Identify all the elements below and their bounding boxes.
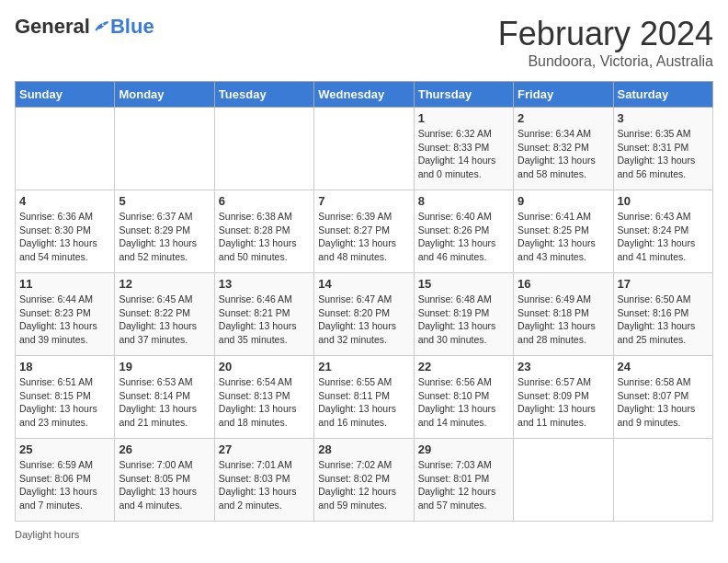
day-info: Sunrise: 6:34 AM Sunset: 8:32 PM Dayligh… (518, 127, 609, 181)
day-info: Sunrise: 6:39 AM Sunset: 8:27 PM Dayligh… (318, 210, 409, 264)
day-number: 3 (618, 111, 709, 125)
logo-general-text: General (15, 15, 90, 39)
calendar-cell (214, 108, 313, 190)
day-number: 16 (518, 277, 609, 291)
header: General Blue February 2024 Bundoora, Vic… (15, 15, 713, 70)
calendar-cell: 26Sunrise: 7:00 AM Sunset: 8:05 PM Dayli… (115, 439, 214, 522)
day-info: Sunrise: 6:50 AM Sunset: 8:16 PM Dayligh… (618, 293, 709, 347)
day-info: Sunrise: 7:02 AM Sunset: 8:02 PM Dayligh… (318, 458, 409, 512)
calendar-cell: 9Sunrise: 6:41 AM Sunset: 8:25 PM Daylig… (514, 190, 613, 273)
day-info: Sunrise: 6:56 AM Sunset: 8:10 PM Dayligh… (418, 375, 509, 430)
day-info: Sunrise: 6:53 AM Sunset: 8:14 PM Dayligh… (119, 375, 210, 430)
day-info: Sunrise: 6:57 AM Sunset: 8:09 PM Dayligh… (518, 375, 609, 430)
day-number: 10 (618, 194, 709, 208)
calendar-week-3: 11Sunrise: 6:44 AM Sunset: 8:23 PM Dayli… (16, 273, 713, 356)
calendar-cell: 12Sunrise: 6:45 AM Sunset: 8:22 PM Dayli… (115, 273, 214, 356)
calendar-cell: 24Sunrise: 6:58 AM Sunset: 8:07 PM Dayli… (613, 356, 712, 439)
day-number: 13 (219, 277, 310, 291)
day-number: 11 (19, 277, 110, 291)
day-info: Sunrise: 6:44 AM Sunset: 8:23 PM Dayligh… (19, 293, 110, 347)
title-area: February 2024 Bundoora, Victoria, Austra… (498, 15, 713, 70)
day-number: 12 (119, 277, 210, 291)
day-number: 1 (418, 111, 509, 125)
day-header-sunday: Sunday (16, 82, 115, 108)
day-info: Sunrise: 6:59 AM Sunset: 8:06 PM Dayligh… (19, 458, 110, 512)
bird-icon (92, 17, 110, 36)
day-info: Sunrise: 7:03 AM Sunset: 8:01 PM Dayligh… (418, 458, 509, 512)
day-number: 18 (19, 360, 110, 373)
location-title: Bundoora, Victoria, Australia (498, 53, 713, 70)
calendar-cell: 7Sunrise: 6:39 AM Sunset: 8:27 PM Daylig… (314, 190, 414, 273)
day-number: 7 (318, 194, 409, 208)
day-info: Sunrise: 6:55 AM Sunset: 8:11 PM Dayligh… (318, 375, 409, 430)
day-number: 2 (518, 111, 609, 125)
day-info: Sunrise: 6:38 AM Sunset: 8:28 PM Dayligh… (219, 210, 310, 264)
calendar-cell: 22Sunrise: 6:56 AM Sunset: 8:10 PM Dayli… (414, 356, 513, 439)
day-info: Sunrise: 6:32 AM Sunset: 8:33 PM Dayligh… (418, 127, 509, 181)
day-number: 24 (618, 360, 709, 373)
month-title: February 2024 (498, 15, 713, 53)
day-number: 6 (219, 194, 310, 208)
day-number: 5 (119, 194, 210, 208)
calendar-week-4: 18Sunrise: 6:51 AM Sunset: 8:15 PM Dayli… (16, 356, 713, 439)
calendar-cell: 27Sunrise: 7:01 AM Sunset: 8:03 PM Dayli… (214, 439, 313, 522)
calendar-cell (514, 439, 613, 522)
calendar-cell: 6Sunrise: 6:38 AM Sunset: 8:28 PM Daylig… (214, 190, 313, 273)
logo-blue-text: Blue (110, 15, 154, 39)
day-number: 17 (618, 277, 709, 291)
day-info: Sunrise: 6:37 AM Sunset: 8:29 PM Dayligh… (119, 210, 210, 264)
calendar-cell: 20Sunrise: 6:54 AM Sunset: 8:13 PM Dayli… (214, 356, 313, 439)
calendar-cell: 29Sunrise: 7:03 AM Sunset: 8:01 PM Dayli… (414, 439, 513, 522)
day-header-thursday: Thursday (414, 82, 513, 108)
calendar-table: SundayMondayTuesdayWednesdayThursdayFrid… (15, 81, 713, 522)
day-number: 14 (318, 277, 409, 291)
calendar-cell: 18Sunrise: 6:51 AM Sunset: 8:15 PM Dayli… (16, 356, 115, 439)
day-number: 28 (318, 442, 409, 456)
calendar-cell: 28Sunrise: 7:02 AM Sunset: 8:02 PM Dayli… (314, 439, 414, 522)
day-info: Sunrise: 6:40 AM Sunset: 8:26 PM Dayligh… (418, 210, 509, 264)
day-info: Sunrise: 6:41 AM Sunset: 8:25 PM Dayligh… (518, 210, 609, 264)
day-header-saturday: Saturday (613, 82, 712, 108)
day-number: 26 (119, 442, 210, 456)
calendar-cell: 8Sunrise: 6:40 AM Sunset: 8:26 PM Daylig… (414, 190, 513, 273)
footer-note: Daylight hours (15, 529, 713, 540)
day-info: Sunrise: 6:58 AM Sunset: 8:07 PM Dayligh… (618, 375, 709, 430)
day-number: 21 (318, 360, 409, 373)
calendar-cell: 4Sunrise: 6:36 AM Sunset: 8:30 PM Daylig… (16, 190, 115, 273)
day-number: 9 (518, 194, 609, 208)
day-header-wednesday: Wednesday (314, 82, 414, 108)
day-number: 20 (219, 360, 310, 373)
calendar-week-5: 25Sunrise: 6:59 AM Sunset: 8:06 PM Dayli… (16, 439, 713, 522)
day-info: Sunrise: 6:46 AM Sunset: 8:21 PM Dayligh… (219, 293, 310, 347)
day-number: 29 (418, 442, 509, 456)
day-info: Sunrise: 7:00 AM Sunset: 8:05 PM Dayligh… (119, 458, 210, 512)
day-info: Sunrise: 6:48 AM Sunset: 8:19 PM Dayligh… (418, 293, 509, 347)
calendar-cell (115, 108, 214, 190)
day-info: Sunrise: 6:51 AM Sunset: 8:15 PM Dayligh… (19, 375, 110, 430)
calendar-cell: 2Sunrise: 6:34 AM Sunset: 8:32 PM Daylig… (514, 108, 613, 190)
day-number: 23 (518, 360, 609, 373)
day-header-friday: Friday (514, 82, 613, 108)
day-info: Sunrise: 6:47 AM Sunset: 8:20 PM Dayligh… (318, 293, 409, 347)
calendar-cell: 23Sunrise: 6:57 AM Sunset: 8:09 PM Dayli… (514, 356, 613, 439)
calendar-cell: 21Sunrise: 6:55 AM Sunset: 8:11 PM Dayli… (314, 356, 414, 439)
calendar-cell: 10Sunrise: 6:43 AM Sunset: 8:24 PM Dayli… (613, 190, 712, 273)
calendar-cell: 11Sunrise: 6:44 AM Sunset: 8:23 PM Dayli… (16, 273, 115, 356)
calendar-cell (314, 108, 414, 190)
day-info: Sunrise: 6:36 AM Sunset: 8:30 PM Dayligh… (19, 210, 110, 264)
calendar-cell: 1Sunrise: 6:32 AM Sunset: 8:33 PM Daylig… (414, 108, 513, 190)
day-number: 22 (418, 360, 509, 373)
day-number: 8 (418, 194, 509, 208)
day-header-monday: Monday (115, 82, 214, 108)
day-number: 4 (19, 194, 110, 208)
day-header-tuesday: Tuesday (214, 82, 313, 108)
day-info: Sunrise: 7:01 AM Sunset: 8:03 PM Dayligh… (219, 458, 310, 512)
day-info: Sunrise: 6:54 AM Sunset: 8:13 PM Dayligh… (219, 375, 310, 430)
day-number: 19 (119, 360, 210, 373)
day-info: Sunrise: 6:35 AM Sunset: 8:31 PM Dayligh… (618, 127, 709, 181)
calendar-cell: 19Sunrise: 6:53 AM Sunset: 8:14 PM Dayli… (115, 356, 214, 439)
calendar-cell: 15Sunrise: 6:48 AM Sunset: 8:19 PM Dayli… (414, 273, 513, 356)
calendar-cell: 14Sunrise: 6:47 AM Sunset: 8:20 PM Dayli… (314, 273, 414, 356)
day-info: Sunrise: 6:45 AM Sunset: 8:22 PM Dayligh… (119, 293, 210, 347)
calendar-cell: 16Sunrise: 6:49 AM Sunset: 8:18 PM Dayli… (514, 273, 613, 356)
